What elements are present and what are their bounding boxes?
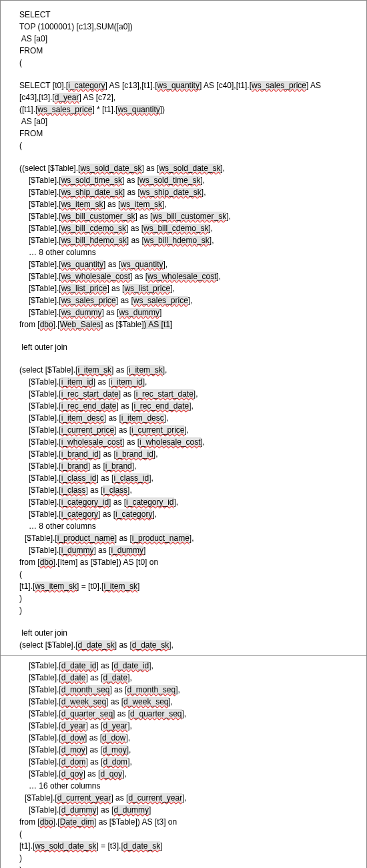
highlighted-token: d_dow: [61, 733, 85, 742]
code-line: (: [19, 828, 354, 840]
highlighted-token: d_current_year: [57, 793, 111, 803]
highlighted-token: ws_bill_cdemo_sk: [61, 224, 126, 233]
highlighted-token: d_moy: [61, 745, 85, 754]
highlighted-token: dbo: [40, 558, 53, 567]
highlighted-token: i_category_id: [61, 497, 109, 507]
highlighted-token: i_current_price: [61, 425, 114, 435]
code-line: [$Table].[i_brand] as [i_brand],: [19, 460, 354, 472]
highlighted-token: Date_dim: [60, 817, 94, 827]
highlighted-token: d_current_year: [128, 793, 182, 803]
code-line: [$Table].[d_dow] as [d_dow],: [19, 732, 354, 744]
highlighted-token: ws_sales_price: [37, 105, 92, 114]
highlighted-token: d_week_seq: [61, 697, 106, 706]
blank-line: [19, 331, 354, 341]
highlighted-token: i_wholesale_cost: [139, 437, 200, 447]
highlighted-token: Web_Sales: [60, 320, 101, 329]
highlighted-token: i_rec_end_date: [133, 401, 189, 411]
highlighted-token: d_date_id: [61, 661, 97, 670]
highlighted-token: ws_quantity: [157, 81, 200, 90]
highlighted-token: d_dummy: [61, 805, 97, 815]
highlighted-token: ws_item_sk: [35, 582, 77, 591]
code-line: FROM: [19, 45, 354, 57]
highlighted-token: d_dow: [102, 733, 125, 742]
blank-line: [19, 353, 354, 364]
highlighted-token: d_month_seq: [127, 685, 175, 694]
code-line: … 8 other columns: [19, 246, 354, 258]
code-line: … 8 other columns: [19, 520, 354, 532]
page-separator: [1, 655, 366, 656]
code-line: left outer join: [19, 341, 354, 353]
code-line: [$Table].[d_qoy] as [d_qoy],: [19, 768, 354, 780]
highlighted-token: ws_sold_date_sk: [35, 841, 96, 851]
highlighted-token: d_date_sk: [77, 640, 114, 650]
code-line: (select [$Table].[d_date_sk] as [d_date_…: [19, 639, 354, 651]
highlighted-token: ws_sales_price: [252, 81, 306, 90]
code-line: ): [19, 864, 354, 868]
code-line: [$Table].[i_brand_id] as [i_brand_id],: [19, 448, 354, 460]
highlighted-token: ws_wholesale_cost: [61, 272, 130, 281]
highlighted-token: ws_sold_date_sk: [159, 164, 220, 173]
highlighted-token: d_qoy: [100, 769, 122, 779]
code-line: (: [19, 568, 354, 580]
code-line: ((select [$Table].[ws_sold_date_sk] as […: [19, 162, 354, 174]
highlighted-token: i_item_id: [61, 377, 93, 387]
highlighted-token: i_class_id: [61, 473, 97, 483]
highlighted-token: i_item_desc: [61, 413, 104, 423]
highlighted-token: ws_bill_cdemo_sk: [143, 224, 208, 233]
code-line: ): [19, 852, 354, 864]
highlighted-token: ws_item_sk: [61, 200, 103, 209]
highlighted-token: i_item_desc: [121, 413, 164, 423]
highlighted-token: ws_wholesale_cost: [147, 272, 216, 281]
highlighted-token: d_date_id: [113, 661, 149, 670]
code-line: [$Table].[d_dummy] as [d_dummy]: [19, 804, 354, 816]
highlighted-token: ws_list_price: [124, 284, 170, 293]
code-line: [t1].[ws_item_sk] = [t0].[i_item_sk]: [19, 580, 354, 592]
blank-line: [19, 69, 354, 79]
code-line: [c43],[t3].[d_year] AS [c72],: [19, 91, 354, 103]
code-line: from [dbo].[Date_dim] as [$Table]) AS [t…: [19, 816, 354, 828]
highlighted-token: d_moy: [103, 745, 127, 754]
highlighted-token: i_wholesale_cost: [61, 437, 122, 447]
code-line: [$Table].[ws_bill_hdemo_sk] as [ws_bill_…: [19, 234, 354, 246]
highlighted-token: i_current_price: [131, 425, 184, 435]
highlighted-token: i_brand: [105, 461, 132, 471]
code-line: [$Table].[ws_quantity] as [ws_quantity],: [19, 258, 354, 270]
highlighted-token: dbo: [40, 817, 53, 827]
code-line: SELECT [t0].[i_category] AS [c13],[t1].[…: [19, 79, 354, 91]
code-line: (: [19, 140, 354, 152]
highlighted-token: i_product_name: [57, 533, 115, 543]
code-line: AS [a0]: [19, 116, 354, 128]
highlighted-token: i_category: [61, 509, 98, 519]
highlighted-token: ws_sales_price: [133, 296, 188, 305]
code-line: [$Table].[i_wholesale_cost] as [i_wholes…: [19, 436, 354, 448]
code-line: … 16 other columns: [19, 780, 354, 792]
highlighted-token: ws_bill_hdemo_sk: [61, 236, 127, 245]
highlighted-token: ws_bill_hdemo_sk: [144, 236, 210, 245]
highlighted-token: d_date: [61, 673, 86, 682]
highlighted-token: d_year: [55, 93, 79, 102]
code-line: [$Table].[d_moy] as [d_moy],: [19, 744, 354, 756]
code-line: [$Table].[i_item_id] as [i_item_id],: [19, 376, 354, 388]
highlighted-token: i_product_name: [132, 533, 190, 543]
code-line: [$Table].[i_category_id] as [i_category_…: [19, 496, 354, 508]
highlighted-token: ws_dummy: [61, 308, 102, 317]
code-line: [$Table].[d_year] as [d_year],: [19, 720, 354, 732]
highlighted-token: ) AS [t1]: [144, 320, 173, 329]
code-line: from [dbo].[Item] as [$Table]) AS [t0] o…: [19, 556, 354, 568]
code-line: [$Table].[ws_sold_time_sk] as [ws_sold_t…: [19, 174, 354, 186]
highlighted-token: ws_item_sk: [120, 200, 162, 209]
code-line: [$Table].[d_week_seq] as [d_week_seq],: [19, 696, 354, 708]
code-line: [$Table].[i_class_id] as [i_class_id],: [19, 472, 354, 484]
code-line: [$Table].[i_rec_start_date] as [i_rec_st…: [19, 388, 354, 400]
highlighted-token: ws_list_price: [61, 284, 107, 293]
code-line: ([t1].[ws_sales_price] * [t1].[ws_quanti…: [19, 103, 354, 116]
highlighted-token: ws_bill_customer_sk: [152, 212, 226, 221]
code-line: [$Table].[ws_ship_date_sk] as [ws_ship_d…: [19, 186, 354, 198]
code-line: [$Table].[d_current_year] as [d_current_…: [19, 792, 354, 804]
code-line: [$Table].[ws_list_price] as [ws_list_pri…: [19, 282, 354, 294]
highlighted-token: i_dummy: [111, 546, 143, 555]
highlighted-token: d_dom: [103, 757, 127, 767]
sql-document: SELECTTOP (1000001) [c13],SUM([a0]) AS […: [0, 0, 367, 868]
highlighted-token: i_class: [61, 485, 86, 495]
highlighted-token: i_category: [68, 81, 105, 90]
